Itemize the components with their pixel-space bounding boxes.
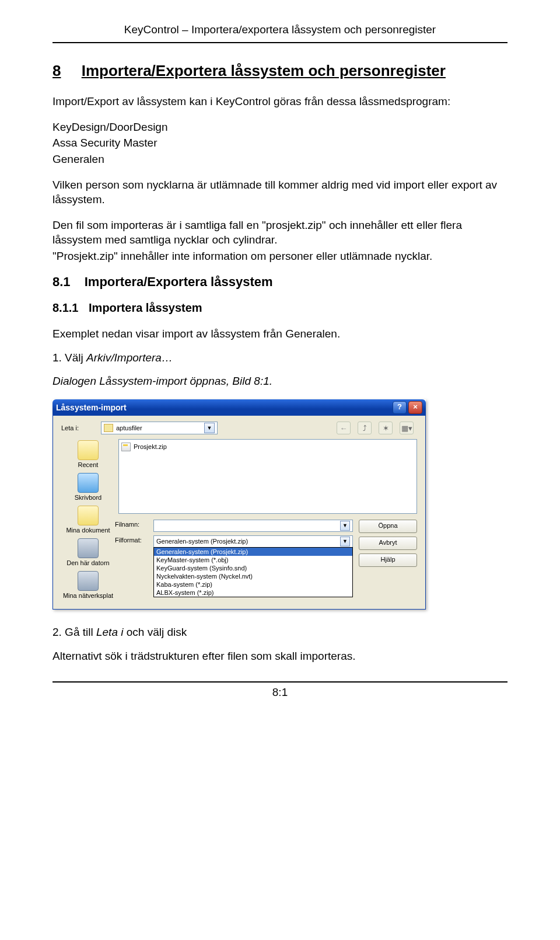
sidebar-item-label: Mina dokument [66,527,110,534]
look-in-combo[interactable]: aptusfiler ▼ [101,422,218,434]
sidebar-item-label: Den här datorn [66,559,109,566]
chevron-down-icon[interactable]: ▼ [340,521,350,531]
step-2: 2. Gå till Leta i och välj disk [52,625,508,640]
caption-italic: Låssystem-import [99,375,187,387]
look-in-label: Leta i: [61,424,101,431]
up-one-level-icon[interactable]: ⤴ [358,422,372,434]
dialog-caption: Dialogen Låssystem-import öppnas, Bild 8… [52,374,508,389]
section-number: 8 [52,62,61,79]
subsection-number: 8.1 [52,274,71,289]
new-folder-icon[interactable]: ✶ [379,422,393,434]
header-rule [52,42,508,43]
close-icon[interactable]: × [408,401,422,414]
places-sidebar: Recent Skrivbord Mina dokument Den här d… [61,439,115,600]
step-text: och välj disk [123,626,187,638]
sidebar-item-my-computer[interactable]: Den här datorn [61,537,115,568]
documents-icon [78,506,99,525]
caption-pre: Dialogen [52,375,99,387]
sidebar-item-desktop[interactable]: Skrivbord [61,472,115,502]
file-name: Prosjekt.zip [134,443,167,450]
example-paragraph: Exemplet nedan visar import av låssystem… [52,326,508,342]
dropdown-option[interactable]: KeyMaster-system (*.obj) [154,556,352,564]
step-1: 1. Välj Arkiv/Importera… [52,351,508,364]
list-item: KeyDesign/DoorDesign [52,120,508,135]
paragraph: "Prosjekt.zip" innehåller inte informati… [52,249,508,264]
sidebar-item-recent[interactable]: Recent [61,439,115,469]
recent-icon [78,440,99,460]
file-open-dialog: Låssystem-import ? × Leta i: aptusfiler … [52,399,426,609]
footer-rule [52,681,508,683]
chevron-down-icon[interactable]: ▼ [204,423,215,433]
subsubsection-heading: 8.1.1 Importera låssystem [52,301,508,315]
dropdown-option[interactable]: Nyckelvakten-system (Nyckel.nvt) [154,572,352,580]
page-number: 8:1 [52,686,508,699]
fileformat-label: Filformat: [115,535,153,544]
paragraph: Vilken person som nycklarna är utlämnade… [52,177,508,207]
look-in-value: aptusfiler [116,424,142,431]
folder-icon [104,424,113,432]
desktop-icon [78,473,99,493]
filename-label: Filnamn: [115,520,153,528]
section-title: Importera/Exportera låssystem och person… [82,62,446,79]
sidebar-item-label: Recent [78,461,99,468]
alt-paragraph: Alternativt sök i trädstrukturen efter f… [52,649,508,664]
fileformat-combo[interactable]: Generalen-system (Prosjekt.zip) ▼ Genera… [153,535,353,597]
sidebar-item-label: Mina nätverksplat [63,592,113,599]
caption-post: öppnas, Bild 8:1. [187,375,272,387]
list-item: Generalen [52,152,508,167]
subsubsection-number: 8.1.1 [52,301,78,314]
subsection-heading: 8.1 Importera/Exportera låssystem [52,274,508,290]
open-button[interactable]: Öppna [359,520,417,533]
subsubsection-title: Importera låssystem [89,301,202,314]
file-list[interactable]: Prosjekt.zip [118,439,417,513]
section-heading: 8 Importera/Exportera låssystem och pers… [52,62,508,80]
dropdown-option[interactable]: KeyGuard-system (Sysinfo.snd) [154,564,352,572]
network-icon [78,571,99,591]
step-text: 2. Gå till [52,626,96,638]
intro-paragraph: Import/Export av låssystem kan i KeyCont… [52,94,508,109]
paragraph: Den fil som importeras är i samtliga fal… [52,218,508,248]
sidebar-item-my-documents[interactable]: Mina dokument [61,504,115,535]
help-button[interactable]: Hjälp [359,553,417,567]
dropdown-option[interactable]: Kaba-system (*.zip) [154,580,352,589]
dropdown-option[interactable]: Generalen-system (Prosjekt.zip) [154,548,352,556]
subsection-title: Importera/Exportera låssystem [85,274,273,289]
dialog-titlebar[interactable]: Låssystem-import ? × [52,399,426,416]
step-italic: Arkiv/Importera… [86,351,173,364]
dropdown-option[interactable]: ALBX-system (*.zip) [154,589,352,597]
page-header: KeyControl – Importera/exportera låssyst… [52,23,508,36]
help-button-icon[interactable]: ? [393,401,407,414]
file-item[interactable]: Prosjekt.zip [121,442,414,451]
sidebar-item-label: Skrivbord [75,494,102,501]
dialog-title: Låssystem-import [56,403,391,412]
fileformat-dropdown-list[interactable]: Generalen-system (Prosjekt.zip) KeyMaste… [153,547,353,597]
views-icon[interactable]: ▦▾ [400,422,414,434]
back-icon[interactable]: ← [337,422,351,434]
list-item: Assa Security Master [52,135,508,151]
cancel-button[interactable]: Avbryt [359,537,417,550]
step-italic: Leta i [96,626,123,638]
filename-field[interactable]: ▼ [153,520,353,532]
fileformat-value: Generalen-system (Prosjekt.zip) [156,538,248,545]
sidebar-item-network[interactable]: Mina nätverksplat [61,570,115,600]
computer-icon [78,538,99,558]
step-text: 1. Välj [52,351,86,364]
program-list: KeyDesign/DoorDesign Assa Security Maste… [52,120,508,167]
chevron-down-icon[interactable]: ▼ [340,537,350,546]
zip-file-icon [121,443,131,451]
